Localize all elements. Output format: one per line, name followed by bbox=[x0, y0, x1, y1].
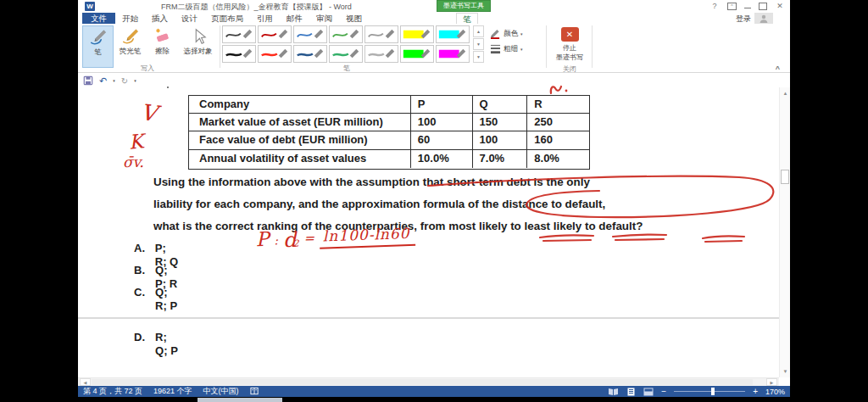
table-cell: Face value of debt (EUR million) bbox=[189, 131, 411, 148]
pen-style-swatch[interactable] bbox=[329, 45, 363, 63]
question-line: what is the correct ranking of the count… bbox=[153, 215, 767, 237]
quick-access-toolbar: ↶ ▾ ↻ ▾ bbox=[83, 75, 136, 87]
proofing-status-icon[interactable] bbox=[250, 387, 259, 396]
ink-scribble-top-dot bbox=[565, 90, 568, 92]
pen-color-icon bbox=[490, 29, 501, 39]
zoom-slider[interactable] bbox=[674, 391, 745, 392]
question-line: Using the information above with the ass… bbox=[153, 171, 767, 193]
pen-style-swatch[interactable] bbox=[258, 45, 292, 63]
word-count[interactable]: 19621 个字 bbox=[153, 386, 192, 397]
horizontal-scrollbar-thumb[interactable] bbox=[92, 379, 753, 385]
person-icon bbox=[759, 14, 769, 24]
pen-style-swatch[interactable] bbox=[222, 45, 256, 63]
ribbon-tab[interactable]: 视图 bbox=[339, 13, 369, 24]
pen-style-gallery bbox=[222, 25, 470, 64]
zoom-out-icon[interactable]: − bbox=[661, 386, 666, 397]
option-a: A. P; R; Q bbox=[134, 242, 179, 255]
pen-style-swatch[interactable] bbox=[400, 45, 434, 63]
pen-tool-button[interactable]: 笔 bbox=[82, 25, 114, 68]
pen-style-swatch[interactable] bbox=[436, 45, 470, 63]
minimize-icon[interactable] bbox=[744, 3, 751, 8]
pens-group-label: 笔 bbox=[321, 64, 372, 73]
table-cell: 100 bbox=[473, 131, 528, 148]
ink-scribble-top bbox=[551, 87, 561, 93]
table-row: Market value of asset (EUR million) 100 … bbox=[189, 114, 589, 131]
pen-style-swatch[interactable] bbox=[364, 25, 398, 43]
pen-style-swatch[interactable] bbox=[364, 45, 398, 63]
zoom-in-icon[interactable]: + bbox=[753, 386, 758, 397]
data-table: Company P Q R Market value of asset (EUR… bbox=[188, 95, 590, 170]
stop-inking-label-line1: 停止 bbox=[551, 43, 588, 53]
eraser-icon bbox=[153, 27, 172, 46]
stop-inking-label-line2: 墨迹书写 bbox=[551, 53, 588, 62]
pen-style-swatch[interactable] bbox=[400, 25, 434, 43]
read-mode-icon[interactable] bbox=[608, 388, 619, 396]
eraser-tool-button[interactable]: 擦除 bbox=[147, 25, 178, 68]
stop-inking-button[interactable]: ✕ 停止 墨迹书写 bbox=[551, 25, 588, 68]
table-cell: R bbox=[527, 96, 589, 113]
pen-style-swatch[interactable] bbox=[258, 25, 292, 43]
ribbon-tab[interactable]: 插入 bbox=[145, 13, 175, 24]
gallery-more-icon[interactable]: ▼ bbox=[473, 51, 484, 63]
account-avatar[interactable] bbox=[754, 13, 773, 25]
ribbon-tab[interactable]: 引用 bbox=[250, 13, 280, 24]
ink-dot bbox=[167, 87, 169, 88]
ribbon-tab[interactable]: 开始 bbox=[115, 13, 145, 24]
pen-style-swatch[interactable] bbox=[222, 25, 256, 43]
restore-icon[interactable] bbox=[759, 3, 767, 10]
ribbon-tab[interactable]: 审阅 bbox=[309, 13, 339, 24]
qat-customize-icon[interactable]: ▾ bbox=[134, 78, 136, 83]
ribbon-tab[interactable]: 文件 bbox=[82, 13, 115, 24]
write-group-label: 写入 bbox=[122, 64, 173, 73]
zoom-slider-thumb[interactable] bbox=[711, 388, 715, 395]
ribbon-tab[interactable]: 设计 bbox=[175, 13, 204, 24]
table-cell: 160 bbox=[527, 131, 589, 148]
vertical-scrollbar[interactable]: ▲ ▼ bbox=[779, 87, 790, 377]
scroll-up-icon[interactable]: ▲ bbox=[781, 88, 790, 98]
ribbon-display-options-icon[interactable]: ^ bbox=[727, 3, 737, 10]
print-layout-icon[interactable] bbox=[626, 388, 636, 396]
undo-icon[interactable]: ↶ bbox=[99, 75, 107, 87]
highlighter-tool-button[interactable]: 荧光笔 bbox=[114, 25, 146, 68]
help-icon[interactable]: ? bbox=[709, 2, 720, 10]
save-icon[interactable] bbox=[83, 75, 93, 86]
highlighter-tool-label: 荧光笔 bbox=[120, 47, 142, 55]
pen-color-button[interactable]: 颜色 ▾ bbox=[490, 28, 523, 40]
word-logo-icon: W bbox=[85, 2, 95, 11]
ribbon-tab[interactable]: 页面布局 bbox=[204, 13, 250, 24]
zoom-level[interactable]: 170% bbox=[765, 388, 785, 396]
chevron-down-icon: ▾ bbox=[520, 31, 523, 36]
pen-style-swatch[interactable] bbox=[293, 45, 327, 63]
window-title: FRM二级百题（信用风险）_金程教育【授课版】 - Word bbox=[161, 2, 449, 13]
option-d: D. R; Q; P bbox=[134, 331, 179, 344]
table-cell: Market value of asset (EUR million) bbox=[189, 114, 411, 131]
gallery-scroll-up-icon[interactable]: ▲ bbox=[473, 25, 484, 37]
ribbon-tab[interactable]: 笔 bbox=[456, 13, 478, 25]
ink-underline-most-likely bbox=[543, 240, 591, 241]
collapse-ribbon-icon[interactable]: ^ bbox=[776, 64, 780, 73]
vertical-scrollbar-thumb[interactable] bbox=[781, 170, 789, 184]
pen-style-swatch[interactable] bbox=[436, 25, 470, 43]
web-layout-icon[interactable] bbox=[643, 388, 654, 396]
pen-style-swatch[interactable] bbox=[329, 25, 363, 43]
ribbon-tab[interactable]: 邮件 bbox=[280, 13, 309, 24]
page-indicator[interactable]: 第 4 页，共 72 页 bbox=[83, 386, 142, 397]
undo-dropdown-icon[interactable]: ▾ bbox=[113, 78, 115, 83]
select-objects-label: 选择对象 bbox=[184, 47, 213, 55]
pen-thickness-button[interactable]: 粗细 ▾ bbox=[490, 43, 523, 55]
close-icon[interactable]: ✕ bbox=[775, 2, 785, 10]
scroll-left-icon[interactable]: ◀ bbox=[80, 378, 91, 386]
screen: W FRM二级百题（信用风险）_金程教育【授课版】 - Word 墨迹书写工具 … bbox=[0, 0, 868, 402]
horizontal-scrollbar[interactable]: ◀ ▶ bbox=[78, 377, 779, 386]
pen-style-swatch[interactable] bbox=[293, 25, 327, 43]
scroll-down-icon[interactable]: ▼ bbox=[781, 366, 790, 377]
redo-icon[interactable]: ↻ bbox=[121, 76, 128, 86]
select-objects-button[interactable]: 选择对象 bbox=[179, 25, 217, 68]
stop-inking-icon: ✕ bbox=[561, 27, 579, 42]
table-cell: 250 bbox=[527, 114, 589, 131]
close-group-label: 关闭 bbox=[544, 64, 595, 74]
scroll-right-icon[interactable]: ▶ bbox=[766, 378, 777, 386]
question-line: liability for each company, and the appr… bbox=[153, 193, 767, 215]
gallery-scroll-down-icon[interactable]: ▼ bbox=[473, 38, 484, 50]
language-indicator[interactable]: 中文(中国) bbox=[203, 386, 239, 397]
